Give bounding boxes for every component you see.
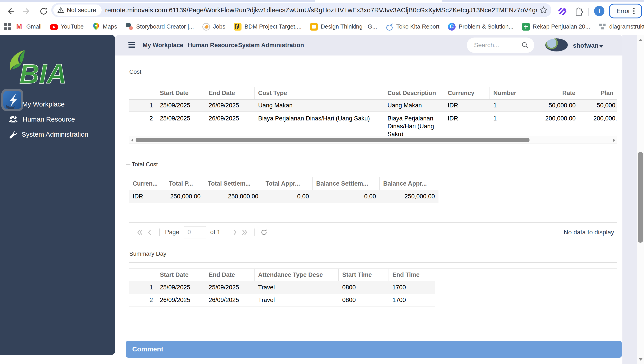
screenshot-root: Not secure remote.minovais.com:61139/Pag… (0, 0, 644, 364)
column-header-balance-settlement[interactable]: Balance Settlem... (312, 177, 380, 190)
extension-meteor-icon[interactable] (557, 6, 567, 16)
total-cost-table-row[interactable]: IDR 250,000.00 250,000.00 0.00 0.00 250,… (129, 190, 617, 203)
overlay-app-icon (3, 91, 21, 109)
cost-filter-row[interactable] (129, 81, 617, 87)
bookmark-problem-solution[interactable]: Problem & Solution... (448, 23, 513, 30)
cell-end-time: 1700 (389, 281, 435, 294)
drawio-icon (598, 23, 606, 30)
column-header[interactable] (129, 87, 156, 99)
scrollbar-up-arrow[interactable] (638, 39, 643, 41)
nav-my-workplace[interactable]: My Workplace (143, 42, 183, 49)
search-icon[interactable] (521, 41, 529, 49)
column-header-plan[interactable]: Plan (579, 87, 617, 99)
cell-attendance-type: Travel (254, 281, 339, 294)
bookmark-design-thinking[interactable]: Design Thinking - G... (310, 23, 377, 30)
column-header-attendance-type[interactable]: Attendance Type Desc (254, 269, 339, 281)
horizontal-scrollbar-thumb[interactable] (136, 138, 530, 142)
app-header: My Workplace Human Resource System Admin… (115, 35, 622, 56)
search-input[interactable] (474, 42, 521, 49)
column-header-start-date[interactable]: Start Date (156, 87, 205, 99)
cell-plan: 50,000.00 (579, 100, 617, 112)
hamburger-menu-icon[interactable] (128, 42, 135, 43)
chevron-down-icon[interactable] (599, 45, 603, 48)
cell-currency: IDR (444, 100, 490, 112)
column-header-end-date[interactable]: End Date (205, 87, 254, 99)
next-page-button[interactable] (230, 228, 240, 237)
cell-cost-description: Uang Makan (384, 100, 444, 112)
column-header-total-settlement[interactable]: Total Settlem... (204, 177, 262, 190)
column-header-currency[interactable]: Currency (444, 87, 490, 99)
cell-number: 1 (490, 100, 531, 112)
extensions-puzzle-icon[interactable] (573, 6, 583, 16)
scroll-right-arrow[interactable] (613, 138, 615, 142)
previous-page-button[interactable] (145, 228, 155, 237)
bookmark-diagramstruktur[interactable]: diagramstruktur.dra... (598, 23, 644, 30)
scrollbar-down-arrow[interactable] (638, 358, 643, 361)
column-header-cost-type[interactable]: Cost Type (254, 87, 384, 99)
header-filler (435, 269, 617, 281)
bookmark-jobs[interactable]: Jobs (202, 23, 225, 30)
refresh-button[interactable] (259, 228, 269, 237)
column-header-total-approved[interactable]: Total Appr... (262, 177, 312, 190)
fieldset-line (126, 164, 130, 165)
cell-end-time: 1700 (389, 294, 435, 306)
horizontal-scrollbar[interactable] (129, 136, 617, 144)
cell-balance-settlement: 0.00 (312, 190, 380, 203)
page-label: Page (165, 229, 179, 236)
browser-profile-avatar[interactable]: I (594, 6, 604, 16)
column-header-number[interactable]: Number (490, 87, 531, 99)
cost-table-row[interactable]: 1 25/09/2025 26/09/2025 Uang Makan Uang … (129, 100, 617, 112)
nav-human-resource[interactable]: Human Resource (188, 42, 238, 49)
forward-button[interactable] (22, 6, 32, 17)
bookmark-maps[interactable]: Maps (92, 23, 117, 30)
cell-cost-type: Uang Makan (254, 100, 384, 112)
browser-menu-error-button[interactable]: Error (609, 4, 642, 18)
first-page-button[interactable] (135, 228, 145, 237)
column-header-end-date[interactable]: End Date (205, 269, 254, 281)
cell-cost-description: Biaya Perjalanan Dinas/Hari (Uang Saku) (384, 112, 444, 136)
back-button[interactable] (5, 6, 16, 17)
last-page-button[interactable] (240, 228, 250, 237)
column-header-currency[interactable]: Curren... (129, 177, 165, 190)
bookmark-youtube[interactable]: YouTube (50, 23, 84, 30)
user-avatar[interactable] (545, 38, 568, 52)
column-header-balance-approved[interactable]: Balance Appr... (380, 177, 439, 190)
cell-start-date: 25/09/2025 (156, 100, 205, 112)
summary-table-row[interactable]: 1 25/09/2025 25/09/2025 Travel 0800 1700 (129, 281, 617, 294)
summary-table-row[interactable]: 2 26/09/2025 26/09/2025 Travel 0800 1700 (129, 294, 617, 306)
bookmark-toko-kita[interactable]: Toko Kita Report (386, 23, 439, 30)
cell-cost-type: Biaya Perjalanan Dinas/Hari (Uang Saku) (254, 112, 384, 136)
reload-button[interactable] (38, 6, 49, 17)
search-box[interactable] (467, 38, 534, 53)
screen-overlay-widget[interactable] (1, 89, 23, 111)
column-header[interactable] (129, 269, 156, 281)
bookmark-gmail[interactable]: Gmail (16, 23, 42, 30)
summary-filter-row[interactable] (129, 263, 617, 269)
bookmark-storyboard[interactable]: Storyboard Creator |... (126, 23, 194, 30)
cost-table-row[interactable]: 2 25/09/2025 26/09/2025 Biaya Perjalanan… (129, 112, 617, 136)
summary-day-grid: Start Date End Date Attendance Type Desc… (129, 262, 617, 309)
column-header-rate[interactable]: Rate (531, 87, 579, 99)
bookmark-bdm-project[interactable]: BDM Project Target,... (234, 23, 301, 30)
cost-grid: Start Date End Date Cost Type Cost Descr… (129, 81, 617, 144)
column-header-start-date[interactable]: Start Date (156, 269, 205, 281)
cell-end-date: 26/09/2025 (205, 112, 254, 136)
address-bar[interactable]: Not secure remote.minovais.com:61139/Pag… (51, 3, 551, 17)
cell-balance-approved: 250,000.00 (380, 190, 439, 203)
sidebar-item-human-resource[interactable]: Human Resource (9, 113, 75, 126)
column-header-start-time[interactable]: Start Time (339, 269, 389, 281)
column-header-end-time[interactable]: End Time (389, 269, 435, 281)
page-number-input[interactable] (184, 226, 206, 238)
column-header-total-plan[interactable]: Total P... (165, 177, 204, 190)
bookmark-rekap-penjualan[interactable]: Rekap Penjualan 20... (522, 23, 590, 30)
warning-icon (57, 7, 64, 13)
comment-section-header[interactable]: Comment (126, 341, 622, 358)
scrollbar-thumb[interactable] (638, 152, 643, 243)
security-chip[interactable]: Not secure (53, 4, 102, 16)
scroll-left-arrow[interactable] (131, 138, 133, 142)
bookmark-star-icon[interactable] (539, 6, 548, 14)
username[interactable]: shofwan (573, 42, 598, 49)
nav-system-administration[interactable]: System Administration (238, 42, 304, 49)
column-header-cost-description[interactable]: Cost Description (384, 87, 444, 99)
sidebar-item-system-administration[interactable]: System Administration (9, 128, 88, 141)
